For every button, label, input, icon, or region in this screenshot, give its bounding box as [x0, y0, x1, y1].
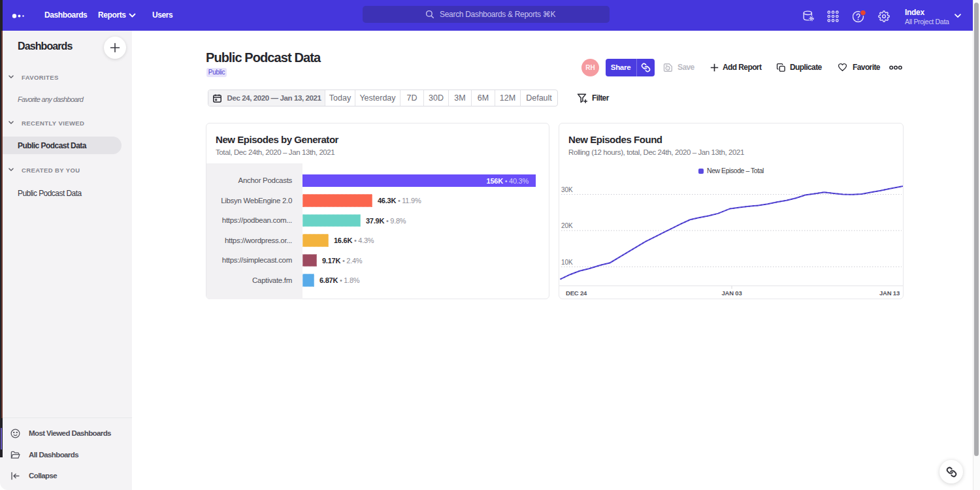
svg-text:JAN 13: JAN 13 — [879, 289, 900, 297]
svg-text:DEC 24: DEC 24 — [566, 289, 587, 297]
svg-text:10K: 10K — [561, 259, 573, 266]
svg-text:JAN 03: JAN 03 — [721, 289, 742, 297]
svg-text:30K: 30K — [561, 186, 573, 193]
svg-text:20K: 20K — [561, 222, 573, 229]
